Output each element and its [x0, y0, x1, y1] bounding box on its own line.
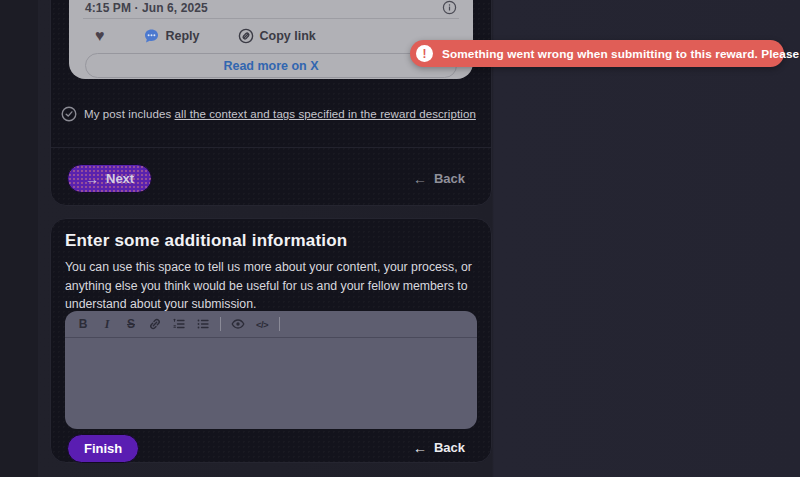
reply-icon — [143, 28, 160, 44]
like-icon[interactable]: ♥ — [95, 28, 105, 44]
read-more-on-x-button[interactable]: Read more on X — [85, 53, 457, 78]
back-arrow-icon: ← — [413, 172, 427, 186]
tweet-divider — [83, 18, 459, 19]
link-icon — [148, 317, 162, 331]
additional-info-title: Enter some additional information — [65, 231, 477, 251]
page: 4:15 PM · Jun 6, 2025 ♥ Rep — [0, 0, 800, 477]
check-circle-icon[interactable] — [61, 106, 77, 122]
ordered-list-icon — [172, 317, 186, 331]
checkbox-text: My post includes — [84, 108, 171, 120]
ordered-list-button[interactable] — [167, 314, 191, 334]
toolbar-separator — [220, 317, 221, 331]
copy-link-icon — [238, 28, 254, 44]
tweet-timestamp: 4:15 PM · Jun 6, 2025 — [85, 1, 208, 15]
next-button-label: Next — [106, 171, 134, 186]
editor-content[interactable] — [65, 338, 477, 428]
next-arrow-icon: → — [85, 172, 99, 186]
reply-label: Reply — [166, 29, 200, 43]
preview-button[interactable] — [226, 314, 250, 334]
tweet-actions: ♥ Reply Copy link — [85, 25, 457, 47]
bold-button[interactable]: B — [71, 314, 95, 334]
tweet-header: 4:15 PM · Jun 6, 2025 — [85, 0, 457, 16]
context-checkbox-row[interactable]: My post includes all the context and tag… — [61, 106, 477, 122]
error-toast: ! Something went wrong when submitting t… — [410, 40, 784, 67]
bullet-list-button[interactable] — [191, 314, 215, 334]
finish-button[interactable]: Finish — [67, 434, 139, 463]
checkbox-label: My post includes all the context and tag… — [84, 108, 476, 120]
tweet-embed: 4:15 PM · Jun 6, 2025 ♥ Rep — [69, 0, 473, 79]
toolbar-separator — [279, 317, 280, 331]
bullet-list-icon — [196, 317, 210, 331]
additional-info-card: Enter some additional information You ca… — [50, 218, 492, 463]
alert-glyph: ! — [423, 48, 427, 60]
additional-info-description: You can use this space to tell us more a… — [65, 258, 479, 314]
back-button-label: Back — [434, 171, 465, 186]
reply-button[interactable]: Reply — [143, 28, 200, 44]
submission-step-card: 4:15 PM · Jun 6, 2025 ♥ Rep — [50, 0, 492, 206]
link-button[interactable] — [143, 314, 167, 334]
checkbox-link[interactable]: all the context and tags specified in th… — [175, 108, 476, 120]
rich-text-editor: B I S — [65, 311, 477, 429]
back-button-label: Back — [434, 440, 465, 455]
alert-icon: ! — [416, 45, 433, 62]
eye-icon — [231, 317, 245, 331]
italic-button[interactable]: I — [95, 314, 119, 334]
back-arrow-icon: ← — [413, 441, 427, 455]
back-button-step2[interactable]: ← Back — [413, 440, 465, 455]
next-button[interactable]: → Next — [67, 164, 152, 193]
info-icon[interactable] — [442, 0, 457, 15]
strikethrough-button[interactable]: S — [119, 314, 143, 334]
card-divider — [51, 147, 491, 148]
editor-toolbar: B I S — [65, 311, 477, 338]
back-button-step1[interactable]: ← Back — [413, 171, 465, 186]
copy-link-button[interactable]: Copy link — [238, 28, 316, 44]
copy-link-label: Copy link — [260, 29, 316, 43]
toast-message: Something went wrong when submitting to … — [442, 47, 800, 61]
code-button[interactable]: </> — [250, 314, 274, 334]
